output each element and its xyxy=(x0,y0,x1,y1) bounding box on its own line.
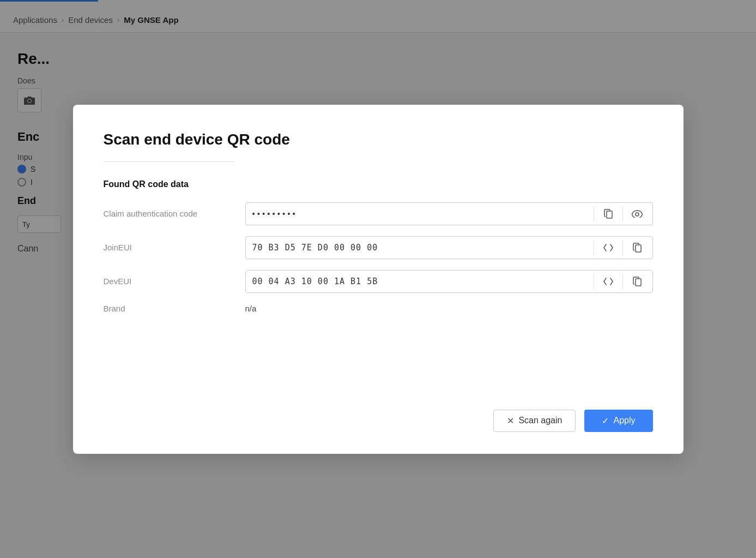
claim-auth-input-wrap xyxy=(245,202,653,225)
brand-value: n/a xyxy=(245,304,257,313)
join-eui-field: JoinEUI 70 B3 D5 7E D0 00 00 00 xyxy=(104,236,653,259)
claim-auth-input[interactable] xyxy=(252,209,588,218)
code-icon xyxy=(603,244,613,251)
join-eui-value: 70 B3 D5 7E D0 00 00 00 xyxy=(252,243,588,253)
scan-again-button[interactable]: ✕ Scan again xyxy=(493,410,576,432)
copy-icon-2 xyxy=(633,243,642,253)
x-icon: ✕ xyxy=(507,416,514,426)
scan-again-label: Scan again xyxy=(518,416,562,425)
modal-divider xyxy=(104,161,234,162)
modal-footer: ✕ Scan again ✓ Apply xyxy=(104,392,653,432)
code-dev-eui-button[interactable] xyxy=(600,273,617,290)
copy-icon xyxy=(604,209,613,219)
svg-rect-3 xyxy=(636,245,641,252)
input-sep6 xyxy=(622,274,623,289)
toggle-visibility-button[interactable] xyxy=(628,205,646,223)
input-sep5 xyxy=(594,274,594,289)
dev-eui-field: DevEUI 00 04 A3 10 00 1A B1 5B xyxy=(104,270,653,293)
copy-claim-auth-button[interactable] xyxy=(600,205,617,223)
dev-eui-label: DevEUI xyxy=(104,277,245,286)
brand-row: Brand n/a xyxy=(104,304,653,313)
svg-point-2 xyxy=(636,213,639,216)
modal-section-label: Found QR code data xyxy=(104,179,653,189)
dev-eui-value: 00 04 A3 10 00 1A B1 5B xyxy=(252,277,588,286)
check-icon: ✓ xyxy=(602,416,609,426)
svg-rect-1 xyxy=(607,211,612,218)
code-icon-2 xyxy=(603,278,613,285)
input-sep4 xyxy=(622,240,623,255)
brand-label: Brand xyxy=(104,304,245,313)
copy-dev-eui-button[interactable] xyxy=(628,273,646,290)
claim-auth-field: Claim authentication code xyxy=(104,202,653,225)
modal-overlay: Scan end device QR code Found QR code da… xyxy=(0,0,756,558)
code-join-eui-button[interactable] xyxy=(600,239,617,256)
modal-title: Scan end device QR code xyxy=(104,131,653,148)
svg-rect-4 xyxy=(636,279,641,286)
input-sep3 xyxy=(594,240,594,255)
apply-button[interactable]: ✓ Apply xyxy=(584,410,652,432)
input-sep xyxy=(594,206,594,221)
join-eui-label: JoinEUI xyxy=(104,243,245,252)
claim-auth-label: Claim authentication code xyxy=(104,209,245,218)
copy-icon-3 xyxy=(633,277,642,286)
dev-eui-input-wrap: 00 04 A3 10 00 1A B1 5B xyxy=(245,270,653,293)
input-sep2 xyxy=(622,206,623,221)
copy-join-eui-button[interactable] xyxy=(628,239,646,256)
eye-icon xyxy=(632,210,643,218)
modal: Scan end device QR code Found QR code da… xyxy=(73,105,684,454)
apply-label: Apply xyxy=(613,416,635,425)
join-eui-input-wrap: 70 B3 D5 7E D0 00 00 00 xyxy=(245,236,653,259)
